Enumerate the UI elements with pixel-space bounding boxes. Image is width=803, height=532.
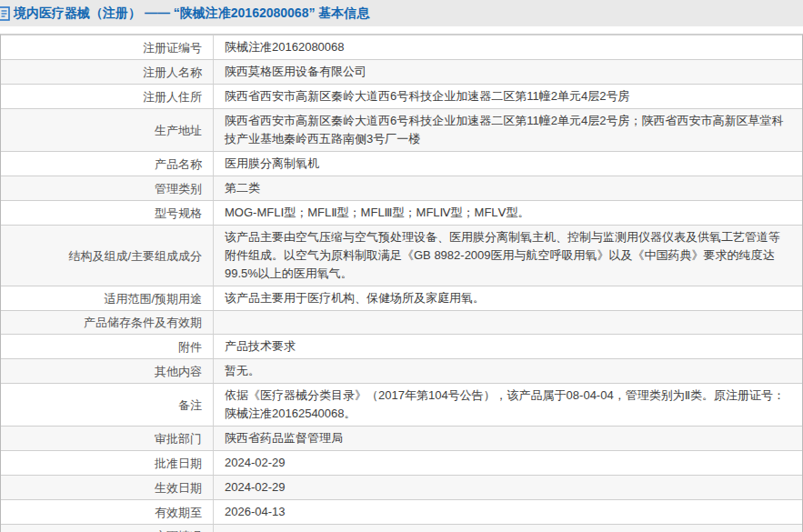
row-label-text: 有效期至 (155, 504, 202, 521)
table-row: 备注依据《医疗器械分类目录》（2017年第104号公告），该产品属于08-04-… (1, 384, 802, 427)
row-label-text: 批准日期 (155, 455, 202, 472)
table-row: 批准日期2024-02-29 (1, 451, 802, 476)
table-row: 附件产品技术要求 (1, 335, 802, 359)
row-value: 暂无。 (214, 359, 802, 383)
row-label: 生效日期 (1, 476, 214, 499)
row-label: 产品储存条件及有效期 (1, 311, 214, 334)
row-value: 陕械注准20162080068 (214, 35, 802, 59)
row-label-text: 结构及组成/主要组成成分 (68, 247, 202, 265)
table-row: 生产地址陕西省西安市高新区秦岭大道西6号科技企业加速器二区第11幢2单元4层2号… (1, 109, 802, 152)
row-label-text: 产品储存条件及有效期 (84, 314, 202, 331)
row-label-text: 附件 (178, 338, 202, 356)
row-label: 变更情况 (1, 525, 214, 532)
row-label: 注册证编号 (1, 35, 214, 59)
row-value: 依据《医疗器械分类目录》（2017年第104号公告），该产品属于08-04-04… (214, 384, 802, 426)
row-value (214, 311, 802, 334)
document-icon (0, 6, 10, 21)
row-label: 附件 (1, 335, 214, 358)
row-value: MOG-MFLⅠ型；MFLⅡ型；MFLⅢ型；MFLⅣ型；MFLⅤ型。 (214, 201, 802, 225)
row-label-text: 型号规格 (155, 205, 202, 222)
row-label: 产品名称 (1, 152, 214, 176)
row-label: 管理类别 (1, 176, 214, 200)
row-label-text: 产品名称 (155, 156, 202, 173)
row-label-text: 备注 (178, 396, 202, 414)
row-label: 注册人住所 (1, 85, 214, 108)
table-row: 其他内容暂无。 (1, 359, 802, 384)
row-label: 结构及组成/主要组成成分 (1, 226, 214, 286)
page-title: 境内医疗器械（注册） —— “陕械注准20162080068” 基本信息 (14, 5, 369, 22)
row-label: 批准日期 (1, 451, 214, 475)
table-row: 变更情况 (1, 525, 802, 532)
row-label: 适用范围/预期用途 (1, 286, 214, 310)
row-value: 陕西省西安市高新区秦岭大道西6号科技企业加速器二区第11幢2单元4层2号房 (214, 85, 802, 108)
row-label-text: 注册人名称 (143, 64, 202, 81)
row-value: 2026-04-13 (214, 500, 802, 524)
table-row: 审批部门陕西省药品监督管理局 (1, 427, 802, 451)
row-value: 医用膜分离制氧机 (214, 152, 802, 176)
row-value: 该产品主要由空气压缩与空气预处理设备、医用膜分离制氧主机、控制与监测用仪器仪表及… (214, 226, 802, 286)
row-value: 产品技术要求 (214, 335, 802, 358)
row-label-text: 其他内容 (155, 363, 202, 380)
table-row: 有效期至2026-04-13 (1, 500, 802, 525)
row-label: 审批部门 (1, 427, 214, 450)
row-label: 备注 (1, 384, 214, 426)
row-value: 该产品主要用于医疗机构、保健场所及家庭用氧。 (214, 286, 802, 310)
row-label-text: 适用范围/预期用途 (104, 290, 202, 307)
table-row: 产品储存条件及有效期 (1, 311, 802, 335)
row-value: 陕西莫格医用设备有限公司 (214, 60, 802, 84)
row-value: 陕西省药品监督管理局 (214, 427, 802, 450)
row-label-text: 变更情况 (155, 527, 202, 532)
row-label-text: 生效日期 (155, 479, 202, 497)
row-value (214, 525, 802, 532)
row-label-text: 注册人住所 (143, 88, 202, 105)
row-label: 型号规格 (1, 201, 214, 225)
row-label: 有效期至 (1, 500, 214, 524)
row-value: 2024-02-29 (214, 451, 802, 475)
table-row: 生效日期2024-02-29 (1, 476, 802, 500)
row-value: 第二类 (214, 176, 802, 200)
table-row: 结构及组成/主要组成成分该产品主要由空气压缩与空气预处理设备、医用膜分离制氧主机… (1, 226, 802, 286)
row-label: 注册人名称 (1, 60, 214, 84)
row-label: 其他内容 (1, 359, 214, 383)
table-row: 注册人名称陕西莫格医用设备有限公司 (1, 60, 802, 85)
row-label-text: 管理类别 (155, 180, 202, 197)
info-table: 注册证编号陕械注准20162080068注册人名称陕西莫格医用设备有限公司注册人… (0, 34, 803, 532)
row-value: 陕西省西安市高新区秦岭大道西6号科技企业加速器二区第11幢2单元4层2号房；陕西… (214, 109, 802, 151)
row-label-text: 注册证编号 (143, 39, 202, 56)
table-row: 适用范围/预期用途该产品主要用于医疗机构、保健场所及家庭用氧。 (1, 286, 802, 311)
table-row: 型号规格MOG-MFLⅠ型；MFLⅡ型；MFLⅢ型；MFLⅣ型；MFLⅤ型。 (1, 201, 802, 226)
row-label: 生产地址 (1, 109, 214, 151)
table-row: 注册证编号陕械注准20162080068 (1, 35, 802, 60)
table-row: 管理类别第二类 (1, 176, 802, 201)
row-label-text: 审批部门 (155, 430, 202, 447)
row-label-text: 生产地址 (155, 122, 202, 139)
table-row: 注册人住所陕西省西安市高新区秦岭大道西6号科技企业加速器二区第11幢2单元4层2… (1, 85, 802, 109)
header-bar: 境内医疗器械（注册） —— “陕械注准20162080068” 基本信息 (0, 0, 803, 26)
row-value: 2024-02-29 (214, 476, 802, 499)
table-row: 产品名称医用膜分离制氧机 (1, 152, 802, 176)
page: 境内医疗器械（注册） —— “陕械注准20162080068” 基本信息 注册证… (0, 0, 803, 532)
